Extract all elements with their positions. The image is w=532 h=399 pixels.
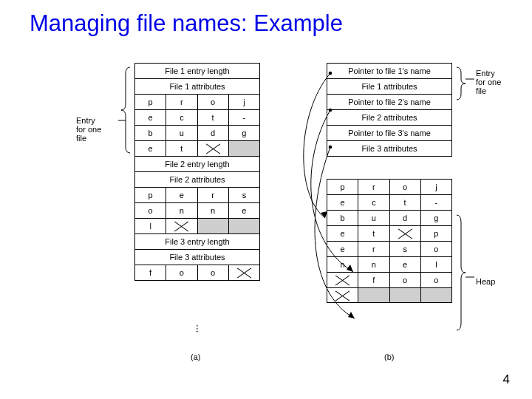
label-right-top: Entry for one file bbox=[476, 69, 520, 95]
table-cell: n bbox=[197, 203, 228, 219]
page-title: Managing file names: Example bbox=[0, 0, 532, 37]
table-cell: p bbox=[135, 95, 166, 110]
table-cell: n bbox=[327, 257, 358, 273]
table-cell: f bbox=[135, 265, 166, 281]
table-cell: e bbox=[228, 203, 259, 219]
table-cell: p bbox=[420, 226, 451, 242]
table-row-span: Pointer to file 3's name bbox=[327, 126, 452, 141]
table-cell: r bbox=[197, 188, 228, 203]
table-row: Pointer to file 1's name bbox=[327, 64, 452, 79]
diagram-stage: File 1 entry lengthFile 1 attributesproj… bbox=[0, 63, 532, 373]
table-row: Pointer to file 2's name bbox=[327, 95, 452, 110]
table-row: et bbox=[135, 141, 260, 157]
table-cell: o bbox=[420, 273, 451, 288]
table-row: File 1 entry length bbox=[135, 64, 260, 79]
table-row-span: File 1 attributes bbox=[327, 79, 452, 95]
table-row: File 2 attributes bbox=[327, 110, 452, 126]
table-row: ect- bbox=[135, 110, 260, 126]
table-cell: f bbox=[358, 273, 389, 288]
table-cell bbox=[327, 273, 358, 288]
table-cell: r bbox=[358, 242, 389, 257]
table-cell bbox=[389, 288, 420, 303]
table-row-span: File 3 attributes bbox=[327, 141, 452, 157]
table-row: onne bbox=[135, 203, 260, 219]
table-cell bbox=[327, 288, 358, 303]
table-row: erso bbox=[327, 242, 452, 257]
table-cell: u bbox=[166, 126, 197, 141]
table-cell: r bbox=[358, 180, 389, 195]
table-cell: p bbox=[135, 188, 166, 203]
table-cell: b bbox=[327, 211, 358, 226]
table-cell: u bbox=[358, 211, 389, 226]
table-cell: n bbox=[358, 257, 389, 273]
caption-b: (b) bbox=[384, 352, 394, 361]
table-cell bbox=[228, 265, 259, 281]
table-cell bbox=[228, 141, 259, 157]
table-row-span: File 3 entry length bbox=[135, 234, 260, 250]
table-cell: d bbox=[197, 126, 228, 141]
table-cell: g bbox=[420, 211, 451, 226]
column-a: File 1 entry lengthFile 1 attributesproj… bbox=[134, 63, 260, 281]
table-cell: d bbox=[389, 211, 420, 226]
table-cell: o bbox=[135, 203, 166, 219]
table-row: File 1 attributes bbox=[327, 79, 452, 95]
table-row: budg bbox=[327, 211, 452, 226]
table-b-heap: project-budgetpersonnelfoo bbox=[327, 179, 452, 303]
table-cell: t bbox=[389, 195, 420, 211]
table-row bbox=[327, 288, 452, 303]
table-row: File 2 entry length bbox=[135, 157, 260, 172]
table-row: File 1 attributes bbox=[135, 79, 260, 95]
column-b: Pointer to file 1's nameFile 1 attribute… bbox=[327, 63, 452, 303]
table-cell: l bbox=[135, 219, 166, 234]
ellipsis-a: ··· bbox=[192, 324, 204, 333]
svg-marker-8 bbox=[348, 312, 355, 318]
table-cell: t bbox=[358, 226, 389, 242]
table-cell: j bbox=[228, 95, 259, 110]
table-cell: e bbox=[327, 242, 358, 257]
table-cell bbox=[420, 288, 451, 303]
table-cell: b bbox=[135, 126, 166, 141]
table-cell: - bbox=[228, 110, 259, 126]
table-cell bbox=[197, 219, 228, 234]
table-cell: c bbox=[166, 110, 197, 126]
table-row-span: File 2 attributes bbox=[327, 110, 452, 126]
table-row-span: File 1 attributes bbox=[135, 79, 260, 95]
table-cell: c bbox=[358, 195, 389, 211]
table-row: ect- bbox=[327, 195, 452, 211]
table-row-span: File 2 attributes bbox=[135, 172, 260, 188]
table-cell: p bbox=[327, 180, 358, 195]
table-cell: e bbox=[327, 226, 358, 242]
table-cell: t bbox=[166, 141, 197, 157]
table-row: foo bbox=[135, 265, 260, 281]
table-cell: o bbox=[389, 273, 420, 288]
table-cell: j bbox=[420, 180, 451, 195]
table-row: File 3 attributes bbox=[327, 141, 452, 157]
table-row: l bbox=[135, 219, 260, 234]
table-cell bbox=[197, 141, 228, 157]
table-b-top: Pointer to file 1's nameFile 1 attribute… bbox=[327, 63, 452, 157]
table-cell: e bbox=[327, 195, 358, 211]
table-cell: t bbox=[197, 110, 228, 126]
table-row: File 3 attributes bbox=[135, 250, 260, 265]
table-row: File 2 attributes bbox=[135, 172, 260, 188]
table-row: nnel bbox=[327, 257, 452, 273]
table-row-span: Pointer to file 2's name bbox=[327, 95, 452, 110]
caption-a: (a) bbox=[191, 352, 200, 361]
table-cell: e bbox=[389, 257, 420, 273]
table-cell: n bbox=[166, 203, 197, 219]
table-row: Pointer to file 3's name bbox=[327, 126, 452, 141]
table-cell bbox=[358, 288, 389, 303]
label-right-heap: Heap bbox=[476, 277, 495, 286]
table-cell bbox=[389, 226, 420, 242]
table-cell: o bbox=[389, 180, 420, 195]
overlay-svg bbox=[0, 63, 532, 373]
table-cell: o bbox=[197, 95, 228, 110]
table-row: File 3 entry length bbox=[135, 234, 260, 250]
table-cell: e bbox=[135, 110, 166, 126]
table-row-span: File 3 attributes bbox=[135, 250, 260, 265]
table-cell: s bbox=[389, 242, 420, 257]
table-cell bbox=[228, 219, 259, 234]
table-row-span: File 1 entry length bbox=[135, 64, 260, 79]
table-row: proj bbox=[135, 95, 260, 110]
table-cell: r bbox=[166, 95, 197, 110]
